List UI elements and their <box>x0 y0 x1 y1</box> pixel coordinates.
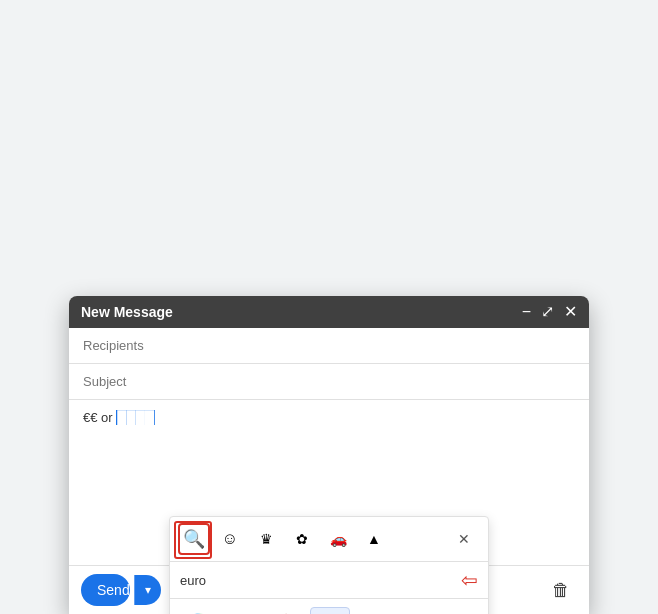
picker-tabs: 🔍 ☺ ♛ ✿ 🚗 ▲ ✕ <box>170 517 488 562</box>
send-dropdown-icon: ▾ <box>145 583 151 597</box>
expand-button[interactable]: ⤢ <box>541 304 554 320</box>
crown-tab[interactable]: ♛ <box>250 523 282 555</box>
emoji-houses[interactable]: 🏘 <box>222 607 262 614</box>
search-row: ⇦ <box>170 562 488 599</box>
subject-input[interactable] <box>83 374 575 389</box>
recipients-input[interactable] <box>83 338 575 353</box>
emoji-picker: 🔍 ☺ ♛ ✿ 🚗 ▲ ✕ ⇦ 🌍 🏘 🏰 💶 <box>169 516 489 614</box>
emoji-castle[interactable]: 🏰 <box>266 607 306 614</box>
car-tab[interactable]: 🚗 <box>322 523 354 555</box>
send-label: Send <box>97 582 130 598</box>
compose-header: New Message − ⤢ ✕ <box>69 296 589 328</box>
compose-title: New Message <box>81 304 173 320</box>
delete-button[interactable]: 🗑 <box>545 574 577 606</box>
flower-tab[interactable]: ✿ <box>286 523 318 555</box>
compose-window: New Message − ⤢ ✕ €€ or ████ <box>69 296 589 614</box>
emoji-globe[interactable]: 🌍 <box>178 607 218 614</box>
send-button[interactable]: Send <box>81 574 130 606</box>
picker-close-button[interactable]: ✕ <box>448 523 480 555</box>
emoji-euro-banknote[interactable]: 💶 <box>310 607 350 614</box>
delete-icon: 🗑 <box>552 580 570 601</box>
cursor-selection: ████ <box>116 410 155 425</box>
header-icons: − ⤢ ✕ <box>522 304 577 320</box>
recipients-row <box>69 328 589 364</box>
triangle-tab[interactable]: ▲ <box>358 523 390 555</box>
emoji-results: 🌍 🏘 🏰 💶 <box>170 599 488 614</box>
compose-fields <box>69 328 589 400</box>
search-tab[interactable]: 🔍 <box>178 523 210 555</box>
emoji-search-input[interactable] <box>180 573 461 588</box>
minimize-button[interactable]: − <box>522 304 531 320</box>
subject-row <box>69 364 589 399</box>
body-text: €€ or <box>83 410 116 425</box>
search-arrow: ⇦ <box>461 568 478 592</box>
close-button[interactable]: ✕ <box>564 304 577 320</box>
smiley-tab[interactable]: ☺ <box>214 523 246 555</box>
send-dropdown-button[interactable]: ▾ <box>134 575 161 605</box>
